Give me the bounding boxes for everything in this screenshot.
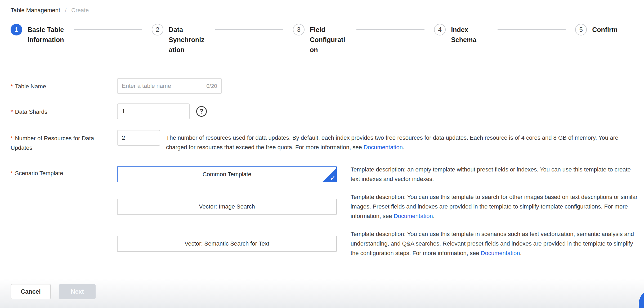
step-confirm: 5 Confirm	[575, 24, 618, 55]
documentation-link[interactable]: Documentation	[481, 250, 520, 256]
description-period: .	[520, 250, 522, 256]
step-index-schema: 4 Index Schema	[434, 24, 575, 55]
template-option-semantic-search[interactable]: Vector: Semantic Search for Text	[117, 236, 337, 252]
resources-description-period: .	[403, 144, 404, 151]
breadcrumb-table-management[interactable]: Table Management	[11, 6, 60, 14]
template-option-common-label: Common Template	[203, 171, 251, 178]
resources-input-shell	[117, 130, 160, 146]
template-common-description: Template description: an empty template …	[351, 165, 639, 184]
documentation-link[interactable]: Documentation	[394, 213, 433, 219]
step-data-synchronization: 2 Data Synchronization	[152, 24, 293, 55]
next-button[interactable]: Next	[59, 284, 96, 299]
step-3-circle: 3	[293, 24, 305, 35]
step-4-label: Index Schema	[451, 25, 490, 45]
template-option-semantic-search-label: Vector: Semantic Search for Text	[185, 240, 269, 247]
breadcrumb-separator: /	[65, 6, 66, 14]
required-marker: *	[11, 135, 13, 142]
resources-label: *Number of Resources for Data Updates	[11, 130, 117, 153]
data-shards-row: *Data Shards ?	[11, 103, 644, 119]
step-3-label: Field Configuration	[310, 25, 348, 55]
step-connector	[498, 29, 566, 30]
check-icon: ✓	[330, 175, 336, 182]
wizard-stepper: 1 Basic Table Information 2 Data Synchro…	[11, 24, 644, 55]
step-1-circle: 1	[11, 24, 22, 35]
required-marker: *	[11, 170, 13, 176]
table-name-row: *Table Name 0/20	[11, 78, 644, 94]
data-shards-label: *Data Shards	[11, 103, 117, 117]
help-icon[interactable]: ?	[196, 106, 207, 117]
table-name-input[interactable]	[118, 79, 206, 93]
basic-table-form: *Table Name 0/20 *Data Shards ? *Number …	[11, 78, 644, 299]
resources-input[interactable]	[118, 130, 160, 145]
data-shards-input[interactable]	[118, 104, 190, 119]
resources-label-text: Number of Resources for Data Updates	[11, 135, 94, 151]
template-image-search-description: Template description: You can use this t…	[351, 192, 639, 221]
template-option-row: Common Template ✓ Template description: …	[117, 165, 639, 184]
data-shards-label-text: Data Shards	[15, 108, 47, 115]
template-semantic-search-description: Template description: You can use this t…	[351, 229, 639, 258]
table-name-label-text: Table Name	[15, 83, 46, 90]
create-table-page: Table Management / Create 1 Basic Table …	[0, 0, 644, 308]
step-2-label: Data Synchronization	[169, 25, 207, 55]
step-connector	[356, 29, 424, 30]
table-name-char-counter: 0/20	[206, 83, 221, 89]
template-common-description-text: Template description: an empty template …	[351, 166, 632, 182]
required-marker: *	[11, 108, 13, 115]
scenario-template-options: Common Template ✓ Template description: …	[117, 165, 639, 258]
scenario-template-label: *Scenario Template	[11, 165, 117, 178]
step-2-circle: 2	[152, 24, 163, 35]
step-1-label: Basic Table Information	[28, 25, 66, 45]
step-4-circle: 4	[434, 24, 446, 35]
step-5-circle: 5	[575, 24, 587, 35]
template-option-image-search[interactable]: Vector: Image Search	[117, 199, 337, 215]
step-connector	[74, 29, 142, 30]
step-basic-table-information: 1 Basic Table Information	[11, 24, 152, 55]
template-option-image-search-label: Vector: Image Search	[199, 203, 255, 210]
breadcrumb: Table Management / Create	[11, 6, 644, 14]
scenario-template-row: *Scenario Template Common Template ✓ Tem…	[11, 165, 644, 258]
template-option-row: Vector: Image Search Template descriptio…	[117, 192, 639, 221]
documentation-link[interactable]: Documentation	[364, 144, 403, 151]
resources-row: *Number of Resources for Data Updates Th…	[11, 130, 644, 153]
table-name-input-shell: 0/20	[117, 78, 222, 94]
description-period: .	[433, 213, 435, 219]
step-5-label: Confirm	[592, 25, 618, 35]
data-shards-input-shell	[117, 103, 190, 119]
step-connector	[215, 29, 283, 30]
table-name-label: *Table Name	[11, 78, 117, 91]
resources-description: The number of resources used for data up…	[166, 130, 640, 152]
scenario-template-label-text: Scenario Template	[15, 170, 63, 176]
footer-actions: Cancel Next	[11, 284, 644, 299]
template-option-row: Vector: Semantic Search for Text Templat…	[117, 229, 639, 258]
cancel-button[interactable]: Cancel	[11, 284, 51, 299]
required-marker: *	[11, 83, 13, 90]
breadcrumb-create: Create	[71, 6, 89, 14]
template-option-common[interactable]: Common Template ✓	[117, 166, 337, 182]
step-field-configuration: 3 Field Configuration	[293, 24, 434, 55]
